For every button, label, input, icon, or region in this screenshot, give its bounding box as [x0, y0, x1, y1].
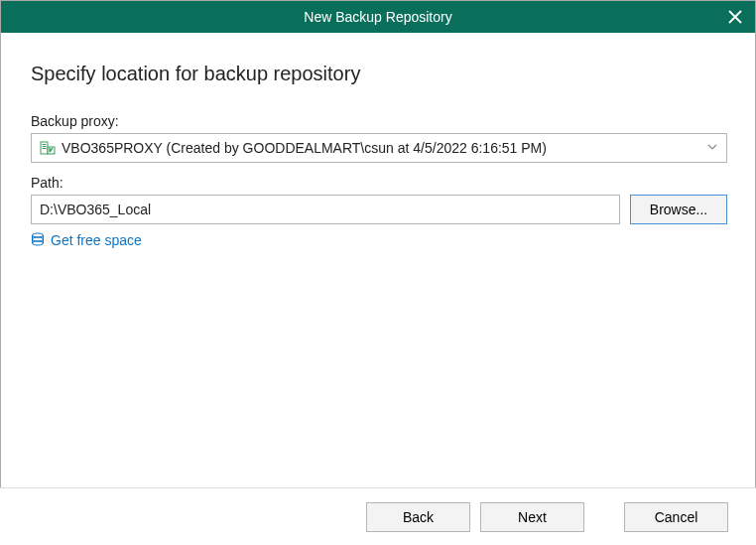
close-button[interactable]	[723, 5, 747, 29]
svg-rect-4	[43, 146, 47, 147]
path-label: Path:	[31, 175, 727, 191]
svg-point-8	[33, 237, 44, 241]
window-title: New Backup Repository	[304, 9, 451, 25]
next-button[interactable]: Next	[480, 502, 584, 532]
title-bar: New Backup Repository	[1, 1, 755, 33]
svg-point-7	[33, 233, 44, 237]
svg-rect-3	[43, 144, 47, 145]
disk-stack-icon	[31, 232, 45, 248]
close-icon	[728, 10, 742, 24]
proxy-dropdown[interactable]: VBO365PROXY (Created by GOODDEALMART\csu…	[31, 133, 727, 163]
wizard-footer: Back Next Cancel	[0, 487, 756, 545]
path-input[interactable]	[31, 195, 620, 224]
get-free-space-link[interactable]: Get free space	[51, 232, 142, 248]
svg-rect-5	[43, 148, 47, 149]
path-group: Path: Browse... Get free space	[31, 175, 727, 248]
page-heading: Specify location for backup repository	[31, 63, 727, 85]
proxy-value: VBO365PROXY (Created by GOODDEALMART\csu…	[62, 140, 706, 156]
server-icon	[40, 140, 56, 156]
svg-point-9	[33, 241, 44, 245]
browse-button[interactable]: Browse...	[630, 195, 727, 224]
proxy-group: Backup proxy: VBO365PROXY (Created by GO…	[31, 113, 727, 163]
back-button[interactable]: Back	[366, 502, 470, 532]
chevron-down-icon	[706, 141, 718, 156]
cancel-button[interactable]: Cancel	[624, 502, 728, 532]
free-space-row: Get free space	[31, 232, 727, 248]
proxy-label: Backup proxy:	[31, 113, 727, 129]
content-area: Specify location for backup repository B…	[1, 33, 755, 248]
